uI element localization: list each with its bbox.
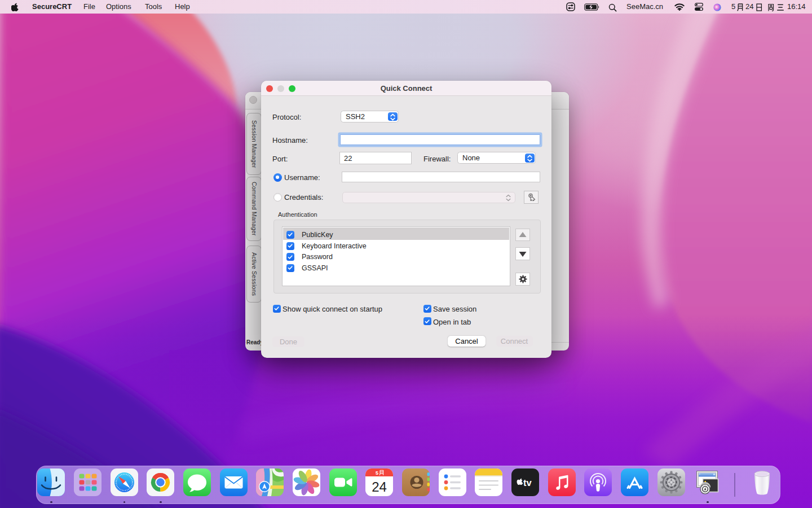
svg-text:5: 5: [376, 470, 378, 476]
svg-text:tv: tv: [523, 478, 532, 488]
svg-text:24: 24: [372, 479, 387, 494]
